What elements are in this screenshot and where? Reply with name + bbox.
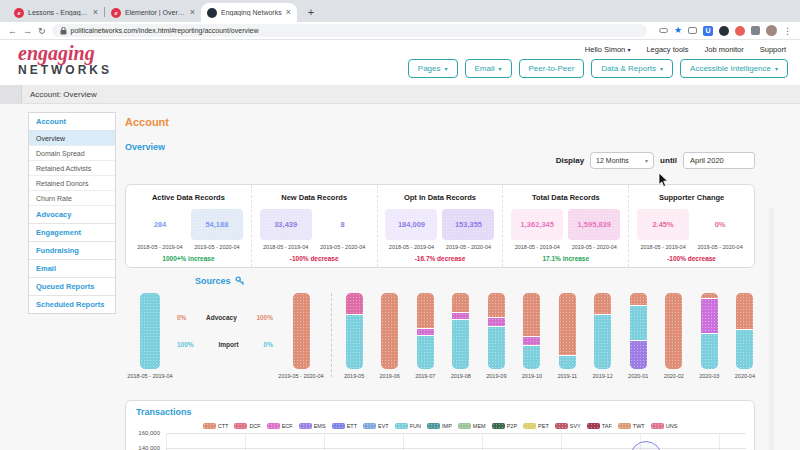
- legend-item-pet[interactable]: PET: [523, 423, 549, 429]
- source-bar-group[interactable]: 2019-05: [344, 293, 364, 379]
- reload-icon[interactable]: ↻: [38, 26, 46, 36]
- sidebar-item-queued-reports[interactable]: Queued Reports: [29, 278, 115, 296]
- profile-avatar[interactable]: [766, 25, 777, 36]
- user-menu[interactable]: Hello Simon ▾: [585, 45, 631, 54]
- bar-segment-magenta: [417, 328, 434, 335]
- source-bar[interactable]: [559, 293, 576, 369]
- password-key-icon[interactable]: [659, 28, 668, 33]
- display-range-select[interactable]: 12 Months▾: [590, 152, 654, 169]
- legend-item-ecf[interactable]: ECF: [267, 423, 293, 429]
- close-icon[interactable]: ×: [190, 8, 195, 17]
- forward-icon[interactable]: →: [23, 26, 32, 36]
- ublock-extension-icon[interactable]: U: [703, 26, 713, 36]
- data-reports-button[interactable]: Data & Reports▾: [591, 59, 673, 78]
- legend-item-svy[interactable]: SVY: [555, 423, 581, 429]
- browser-tab-engaging-networks[interactable]: Engaging Networks ×: [201, 3, 297, 22]
- source-bar[interactable]: [417, 293, 434, 369]
- logo-wordmark-top: engaging: [18, 43, 112, 63]
- source-bar-group[interactable]: 2019-06: [380, 293, 400, 379]
- legacy-tools-link[interactable]: Legacy tools: [646, 45, 688, 54]
- browser-tab-lessons[interactable]: e Lessons - Engaging Networks ×: [8, 3, 104, 22]
- source-bar-group[interactable]: 2019-05 - 2020-04: [275, 293, 327, 379]
- support-link[interactable]: Support: [760, 45, 786, 54]
- sidebar-item-retained-donors[interactable]: Retained Donors: [29, 176, 115, 191]
- source-bar-group[interactable]: 2019-08: [451, 293, 471, 379]
- legend-item-p2p[interactable]: P2P: [492, 423, 517, 429]
- bookmark-star-icon[interactable]: ★: [674, 26, 682, 35]
- source-bar[interactable]: [346, 293, 363, 369]
- source-bar[interactable]: [523, 293, 540, 369]
- legend-item-ctt[interactable]: CTT: [203, 423, 229, 429]
- page-scrollbar[interactable]: [769, 208, 774, 450]
- source-bar-group[interactable]: 2019-09: [486, 293, 506, 379]
- bar-segment-salmon: [293, 293, 310, 369]
- sidebar-item-scheduled-reports[interactable]: Scheduled Reports: [29, 296, 115, 313]
- legend-item-twt[interactable]: TWT: [618, 423, 645, 429]
- extensions-puzzle-icon[interactable]: [751, 26, 760, 35]
- source-bar[interactable]: [594, 293, 611, 369]
- key-icon[interactable]: [235, 276, 245, 286]
- sidebar-item-advocacy[interactable]: Advocacy: [29, 206, 115, 224]
- source-bar[interactable]: [140, 293, 160, 369]
- address-input[interactable]: politicalnetworks.com/index.html#reporti…: [52, 24, 647, 37]
- globe-icon: [207, 8, 217, 18]
- legend-item-ems[interactable]: EMS: [299, 423, 326, 429]
- source-bar[interactable]: [701, 293, 718, 369]
- sidebar-item-account[interactable]: Account: [29, 113, 115, 131]
- gridline-160000: [166, 433, 746, 434]
- sidebar-item-overview[interactable]: Overview: [29, 131, 115, 146]
- legend-item-ett[interactable]: ETT: [332, 423, 357, 429]
- new-tab-button[interactable]: +: [303, 4, 319, 20]
- sidebar-item-engagement[interactable]: Engagement: [29, 224, 115, 242]
- legend-swatch: [618, 423, 631, 429]
- legend-item-dcf[interactable]: DCF: [234, 423, 260, 429]
- source-bar-group[interactable]: 2019-10: [522, 293, 542, 379]
- source-bar-group[interactable]: 2019-11: [557, 293, 577, 379]
- legend-item-taf[interactable]: TAF: [587, 423, 612, 429]
- job-monitor-link[interactable]: Job monitor: [705, 45, 744, 54]
- legend-item-mem[interactable]: MEM: [458, 423, 486, 429]
- source-bar-group[interactable]: 2020-04: [735, 293, 755, 379]
- legend-swatch: [555, 423, 568, 429]
- camera-icon[interactable]: [688, 27, 697, 34]
- browser-menu-icon[interactable]: ⋮: [783, 26, 792, 36]
- source-bar[interactable]: [488, 293, 505, 369]
- close-icon[interactable]: ×: [286, 8, 291, 17]
- source-bar-group[interactable]: 2019-12: [593, 293, 613, 379]
- red-extension-icon[interactable]: [735, 26, 745, 36]
- source-bar[interactable]: [293, 293, 310, 369]
- sidebar-item-churn-rate[interactable]: Churn Rate: [29, 191, 115, 206]
- until-date-input[interactable]: April 2020: [683, 152, 755, 169]
- sidebar-item-email[interactable]: Email: [29, 260, 115, 278]
- source-bar[interactable]: [452, 293, 469, 369]
- source-bar[interactable]: [665, 293, 682, 369]
- legend-item-uns[interactable]: UNS: [651, 423, 678, 429]
- source-bar-group[interactable]: 2020-01: [628, 293, 648, 379]
- legend-item-imp[interactable]: IMP: [427, 423, 452, 429]
- sidebar-item-fundraising[interactable]: Fundraising: [29, 242, 115, 260]
- legend-item-evt[interactable]: EVT: [363, 423, 389, 429]
- peer-to-peer-button[interactable]: Peer-to-Peer: [519, 59, 585, 78]
- legend-item-fun[interactable]: FUN: [395, 423, 421, 429]
- source-bar-group[interactable]: 2020-02: [664, 293, 684, 379]
- dark-extension-icon[interactable]: [719, 26, 729, 36]
- browser-tab-elementor[interactable]: e Elementor | Overview Report ×: [105, 3, 201, 22]
- source-bar[interactable]: [381, 293, 398, 369]
- back-icon[interactable]: ←: [8, 26, 17, 36]
- source-bar[interactable]: [736, 293, 753, 369]
- bar-segment-salmon: [488, 293, 505, 317]
- source-bar-group[interactable]: 2020-03: [699, 293, 719, 379]
- source-bar-group[interactable]: 2018-05 - 2019-04: [125, 293, 175, 379]
- sidebar-item-domain-spread[interactable]: Domain Spread: [29, 146, 115, 161]
- bar-segment-cyan: [140, 293, 160, 369]
- stat-change: 17.1% increase: [507, 255, 624, 262]
- accessible-intelligence-button[interactable]: Accessible Intelligence▾: [680, 59, 788, 78]
- stat-value-cell: 1,362,3452018-05 - 2019-04: [511, 209, 563, 250]
- source-bar[interactable]: [630, 293, 647, 369]
- close-icon[interactable]: ×: [93, 8, 98, 17]
- engaging-networks-logo[interactable]: engaging NETWORKS: [18, 43, 112, 76]
- source-bar-group[interactable]: 2019-07: [415, 293, 435, 379]
- email-button[interactable]: Email▾: [465, 59, 512, 78]
- sidebar-item-retained-activists[interactable]: Retained Activists: [29, 161, 115, 176]
- pages-button[interactable]: Pages▾: [408, 59, 458, 78]
